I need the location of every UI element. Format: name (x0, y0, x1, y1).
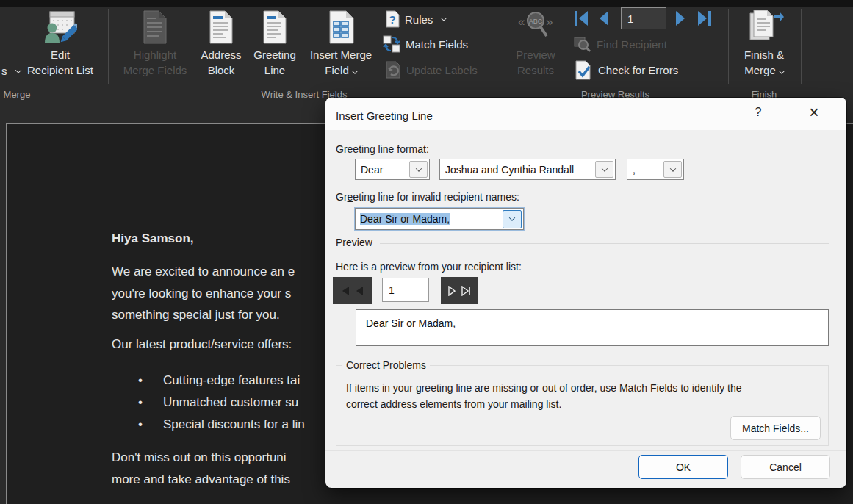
ok-button[interactable]: OK (638, 455, 728, 479)
help-button[interactable]: ? (741, 98, 775, 127)
greeting-preview-text: Dear Sir or Madam, (366, 317, 456, 329)
preview-group-label: Preview (336, 237, 372, 248)
chevron-down-icon[interactable] (503, 210, 522, 228)
highlight-merge-fields-button: Highlight Merge Fields (118, 7, 192, 78)
first-record-button[interactable] (573, 10, 589, 27)
finish-and-merge-icon (744, 7, 784, 47)
finish-merge-label-1: Finish & (744, 47, 784, 62)
partial-label: s (1, 65, 7, 77)
insert-merge-field-label-1: Insert Merge (310, 47, 372, 62)
invalid-greeting-value: Dear Sir or Madam, (356, 213, 503, 225)
previous-record-icon (356, 286, 364, 296)
highlight-label-1: Highlight (134, 47, 176, 62)
check-for-errors-label: Check for Errors (598, 64, 678, 76)
group-separator (566, 9, 566, 84)
chevron-down-icon (15, 67, 21, 73)
doc-paragraph-line: We are excited to announce an e (112, 264, 295, 279)
label-pre: Gr (336, 191, 348, 203)
salutation-value: Dear (356, 164, 409, 176)
doc-bullet-item: •Unmatched customer su (138, 395, 298, 410)
chevron-down-icon[interactable] (595, 161, 613, 178)
salutation-combobox[interactable]: Dear (355, 159, 430, 180)
greeting-line-label-1: Greeting (253, 47, 296, 62)
group-separator (728, 9, 729, 84)
invalid-greeting-combobox[interactable]: Dear Sir or Madam, (355, 208, 524, 230)
rules-button[interactable]: ? Rules (385, 10, 446, 28)
update-labels-icon (385, 61, 401, 79)
correct-problems-group: Correct Problems If items in your greeti… (336, 365, 829, 446)
punctuation-value: , (627, 164, 663, 176)
finish-merge-label-2: Merge (744, 64, 776, 76)
bullet-icon: • (138, 417, 163, 432)
find-recipient-button: Find Recipient (574, 35, 667, 53)
selected-text: Dear Sir or Madam, (360, 213, 450, 225)
edit-recipient-list-label-1: Edit (51, 47, 70, 62)
select-recipients-button-partial[interactable]: s (1, 65, 21, 77)
first-record-icon (342, 286, 350, 296)
greeting-line-label-2: Line (264, 62, 285, 78)
group-separator (801, 9, 802, 84)
footer-divider (325, 450, 846, 451)
match-fields-dialog-button[interactable]: Match Fields... (730, 416, 821, 440)
chevron-down-icon (441, 15, 447, 21)
label-rest: atch Fields... (751, 422, 809, 434)
label-rest: reeting line format: (344, 143, 429, 155)
svg-text:?: ? (389, 13, 395, 26)
ribbon-top-strip (0, 0, 853, 7)
cancel-button[interactable]: Cancel (741, 455, 830, 479)
label-rest: eting line for invalid recipient names: (353, 191, 519, 203)
preview-next-buttons[interactable] (441, 277, 478, 304)
correct-problems-text-line: correct address elements from your maili… (346, 398, 561, 410)
invalid-names-label: Greeting line for invalid recipient name… (336, 191, 519, 203)
correct-problems-text-line: If items in your greeting line are missi… (346, 382, 741, 394)
preview-hint-label: Here is a preview from your recipient li… (336, 261, 522, 273)
next-record-button[interactable] (674, 10, 688, 27)
doc-paragraph-line: something special just for you. (112, 308, 280, 323)
chevron-down-icon[interactable] (663, 161, 682, 178)
preview-previous-buttons[interactable] (333, 277, 372, 304)
preview-results-label-1: Preview (516, 47, 555, 62)
insert-greeting-line-dialog: Insert Greeting Line ? × Greeting line f… (325, 98, 846, 488)
word-mail-merge-window: s Edit Recipient List Merge (0, 0, 853, 504)
chevron-down-icon[interactable] (409, 161, 428, 178)
doc-paragraph-line: you're looking to enhance your s (112, 287, 291, 301)
find-recipient-icon (574, 35, 591, 53)
greeting-line-button[interactable]: Greeting Line (247, 7, 303, 78)
address-block-label-2: Block (208, 62, 235, 78)
match-fields-label: Match Fields (406, 38, 468, 51)
edit-recipient-list-label-2: Recipient List (27, 62, 93, 78)
preview-record-input[interactable] (382, 278, 429, 302)
address-block-label-1: Address (201, 47, 241, 62)
insert-merge-field-icon (328, 7, 354, 47)
record-number-input[interactable] (621, 7, 666, 29)
ribbon-mailings: s Edit Recipient List Merge (0, 0, 853, 103)
close-icon[interactable]: × (797, 98, 831, 127)
group-separator (108, 9, 109, 84)
check-for-errors-icon (574, 60, 593, 80)
last-record-icon (461, 286, 471, 296)
group-separator (503, 9, 503, 84)
bullet-text: Special discounts for a lin (163, 417, 305, 431)
svg-text:»: » (546, 15, 553, 29)
group-label-merge: Merge (0, 89, 34, 100)
punctuation-combobox[interactable]: , (627, 159, 684, 180)
accel-char: M (742, 422, 751, 434)
insert-merge-field-button[interactable]: Insert Merge Field (304, 7, 378, 78)
edit-recipient-list-button[interactable]: Edit Recipient List (25, 7, 96, 78)
recipient-name-format-combobox[interactable]: Joshua and Cynthia Randall (439, 159, 616, 180)
address-block-button[interactable]: Address Block (194, 7, 248, 78)
rules-label: Rules (405, 13, 433, 26)
match-fields-icon (383, 35, 400, 53)
bullet-icon: • (138, 373, 163, 388)
dialog-title: Insert Greeting Line (336, 109, 433, 122)
check-for-errors-button[interactable]: Check for Errors (574, 60, 678, 80)
update-labels-button: Update Labels (385, 61, 478, 79)
doc-paragraph-line: more and take advantage of this (112, 472, 290, 487)
match-fields-button[interactable]: Match Fields (383, 35, 468, 53)
last-record-button[interactable] (697, 10, 713, 27)
bullet-text: Cutting-edge features tai (163, 373, 300, 387)
finish-and-merge-button[interactable]: Finish & Merge (735, 7, 793, 78)
previous-record-button[interactable] (597, 10, 610, 27)
highlight-label-2: Merge Fields (123, 62, 187, 78)
next-record-icon (447, 286, 456, 296)
